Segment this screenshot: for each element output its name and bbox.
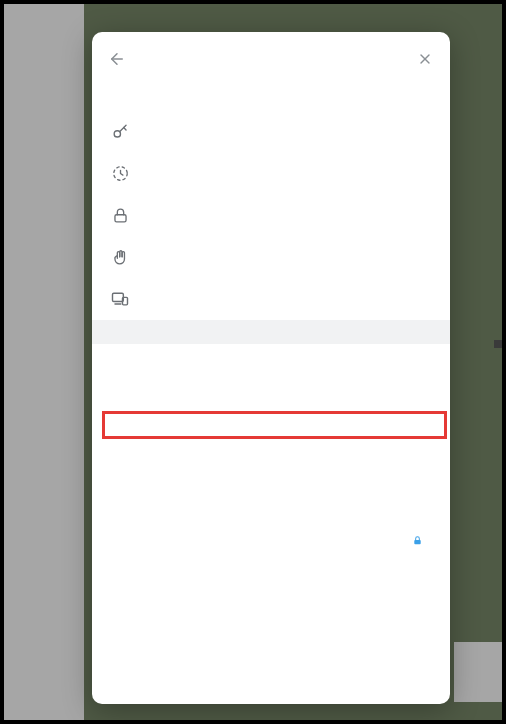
row-value (412, 535, 430, 546)
panel-body (92, 84, 450, 704)
panel-header (92, 32, 450, 84)
row-bio[interactable] (92, 436, 450, 458)
lock-icon (110, 205, 130, 225)
row-blocked-users[interactable] (92, 236, 450, 278)
back-button[interactable] (106, 48, 128, 70)
row-voice[interactable] (92, 524, 450, 557)
arrow-left-icon (108, 50, 126, 68)
svg-line-5 (123, 127, 125, 129)
devices-icon (110, 289, 130, 309)
row-profile-photos[interactable] (102, 411, 447, 439)
lock-small-icon (412, 535, 423, 546)
svg-rect-11 (414, 540, 420, 544)
row-phone-number[interactable] (92, 370, 450, 392)
row-forwarded[interactable] (92, 458, 450, 480)
key-icon (110, 121, 130, 141)
svg-rect-7 (114, 214, 125, 221)
section-title-bots (92, 557, 450, 583)
privacy-security-panel (92, 32, 450, 704)
hand-icon (110, 247, 130, 267)
row-calls[interactable] (92, 480, 450, 502)
row-groups[interactable] (92, 502, 450, 524)
row-two-step-verification[interactable] (92, 110, 450, 152)
close-icon (417, 51, 433, 67)
section-title-security (92, 84, 450, 110)
section-title-privacy (92, 344, 450, 370)
sessions-hint (92, 320, 450, 344)
row-auto-delete[interactable] (92, 152, 450, 194)
svg-rect-8 (113, 293, 124, 301)
timer-icon (110, 163, 130, 183)
row-local-passcode[interactable] (92, 194, 450, 236)
row-active-sessions[interactable] (92, 278, 450, 320)
close-button[interactable] (414, 48, 436, 70)
